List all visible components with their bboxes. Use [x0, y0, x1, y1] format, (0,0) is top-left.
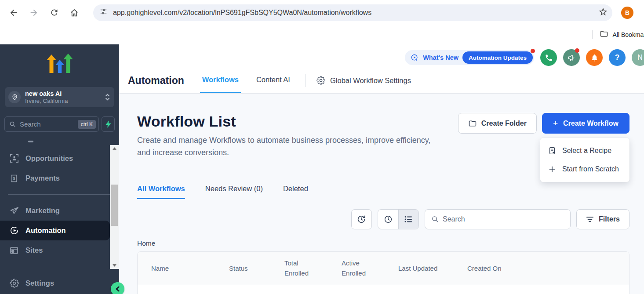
breadcrumb[interactable]: Home: [137, 240, 629, 247]
account-name: new oaks AI: [25, 90, 105, 98]
workflow-search-box[interactable]: [425, 209, 571, 229]
header-title-row: Automation Workflows Content AI Global W…: [128, 68, 411, 93]
menu-item-select-recipe[interactable]: Select a Recipe: [540, 142, 629, 160]
sidebar-item-marketing[interactable]: Marketing: [0, 201, 119, 221]
view-list-segment[interactable]: [398, 210, 418, 229]
column-header-created-on[interactable]: Created On: [467, 265, 629, 272]
announcements-button[interactable]: [563, 49, 580, 66]
marketing-icon: [9, 206, 19, 215]
bell-icon: [590, 54, 599, 62]
quick-actions-button[interactable]: [102, 116, 115, 132]
table-header-row: Name Status Total Enrolled Active Enroll…: [138, 252, 629, 285]
menu-item-start-from-scratch[interactable]: Start from Scratch: [540, 160, 629, 178]
help-button[interactable]: ?: [609, 49, 626, 66]
bookmark-star-icon[interactable]: [598, 7, 608, 18]
history-button[interactable]: [351, 209, 372, 229]
home-icon[interactable]: [67, 5, 82, 20]
payments-icon: $: [9, 174, 19, 183]
url-text[interactable]: app.gohighlevel.com/v2/location/lnPS691g…: [113, 9, 598, 17]
account-info: new oaks AI Irvine, California: [25, 90, 105, 105]
browser-chrome: app.gohighlevel.com/v2/location/lnPS691g…: [0, 0, 644, 44]
whats-new-pill[interactable]: What's New Automation Updates: [405, 50, 534, 65]
site-settings-tune-icon[interactable]: [99, 7, 108, 18]
account-location: Irvine, California: [25, 98, 105, 105]
tab-all-workflows[interactable]: All Workflows: [137, 185, 185, 199]
tab-content-ai[interactable]: Content AI: [254, 68, 292, 93]
menu-item-label: Start from Scratch: [562, 165, 619, 173]
column-header-last-updated[interactable]: Last Updated: [398, 265, 467, 272]
bookmarks-folder-icon[interactable]: [600, 29, 608, 40]
search-icon: [9, 121, 16, 127]
notification-dot: [531, 49, 535, 53]
scrollbar-up-arrow[interactable]: [110, 145, 119, 152]
sidebar-item-sites[interactable]: Sites: [0, 240, 119, 260]
tab-deleted[interactable]: Deleted: [283, 185, 308, 199]
sidebar-nav: Opportunities $ Payments Marketing Au: [0, 141, 119, 294]
sidebar-item-label: Automation: [25, 226, 66, 235]
main-area: What's New Automation Updates ? N: [119, 44, 644, 294]
automation-updates-badge[interactable]: Automation Updates: [462, 51, 533, 64]
app-header: What's New Automation Updates ? N: [119, 44, 644, 94]
reload-icon[interactable]: [47, 5, 62, 20]
create-workflow-button[interactable]: + Create Workflow: [542, 113, 629, 134]
tab-needs-review[interactable]: Needs Review (0): [205, 185, 263, 199]
table-body: [138, 285, 629, 294]
filters-button[interactable]: Filters: [576, 209, 629, 229]
column-header-status[interactable]: Status: [229, 265, 284, 272]
scrollbar-thumb[interactable]: [111, 185, 118, 226]
sidebar-search-box[interactable]: ctrl K: [4, 116, 99, 132]
workflow-search-input[interactable]: [443, 215, 564, 223]
back-icon[interactable]: [6, 5, 21, 20]
browser-profile-avatar[interactable]: B: [621, 7, 633, 19]
account-switcher[interactable]: new oaks AI Irvine, California: [5, 87, 114, 107]
column-header-name[interactable]: Name: [151, 265, 229, 272]
column-header-total-enrolled[interactable]: Total Enrolled: [284, 258, 342, 279]
account-chevrons-icon[interactable]: [105, 94, 110, 101]
all-bookmarks-label[interactable]: All Bookmarks: [613, 31, 644, 38]
sidebar-scrollbar[interactable]: [110, 145, 119, 269]
megaphone-icon: [568, 54, 576, 62]
gohighlevel-logo: [46, 54, 74, 76]
sidebar-item-opportunities[interactable]: Opportunities: [0, 149, 119, 168]
sidebar-collapse-button[interactable]: [111, 282, 124, 294]
view-toggle: [378, 209, 419, 229]
question-mark-glyph: ?: [615, 53, 620, 62]
view-recent-segment[interactable]: [378, 210, 398, 229]
sidebar-search-input[interactable]: [20, 120, 78, 128]
sidebar-item-label: Payments: [25, 174, 60, 182]
sidebar-item-payments[interactable]: $ Payments: [0, 168, 119, 188]
sidebar-item-label: Sites: [25, 246, 43, 254]
sites-icon: [9, 246, 19, 255]
header-divider: [306, 74, 306, 87]
bolt-icon: [106, 120, 111, 128]
svg-text:$: $: [13, 176, 15, 181]
bookmarks-divider: [592, 30, 593, 39]
create-workflow-dropdown: Select a Recipe Start from Scratch: [540, 138, 629, 182]
header-icons-row: What's New Automation Updates ? N: [405, 49, 644, 66]
user-avatar[interactable]: N: [632, 49, 644, 66]
folder-icon: [468, 119, 477, 128]
sidebar-divider: [8, 194, 110, 195]
sidebar-spacer: [0, 260, 119, 273]
forward-icon[interactable]: [26, 5, 41, 20]
sidebar-item-automation[interactable]: Automation: [0, 221, 110, 240]
phone-button[interactable]: [540, 49, 557, 66]
column-header-active-enrolled[interactable]: Active Enrolled: [342, 258, 398, 279]
opportunities-icon: [9, 154, 19, 163]
sidebar-item-settings[interactable]: Settings: [0, 273, 119, 293]
scrollbar-down-arrow[interactable]: [110, 262, 119, 269]
filters-label: Filters: [599, 215, 620, 223]
global-workflow-settings-link[interactable]: Global Workflow Settings: [317, 68, 411, 93]
location-pin-icon: [8, 91, 21, 103]
tab-workflows[interactable]: Workflows: [200, 68, 241, 93]
scrolled-item-icon: [28, 141, 33, 142]
sidebar: new oaks AI Irvine, California ctrl K: [0, 44, 119, 294]
plus-icon: +: [553, 119, 558, 128]
automation-icon: [9, 226, 19, 235]
browser-toolbar: app.gohighlevel.com/v2/location/lnPS691g…: [0, 0, 644, 25]
history-clock-icon: [357, 214, 366, 224]
address-bar[interactable]: app.gohighlevel.com/v2/location/lnPS691g…: [93, 4, 612, 21]
notifications-button[interactable]: [586, 49, 603, 66]
phone-icon: [545, 54, 553, 62]
create-folder-button[interactable]: Create Folder: [458, 113, 537, 134]
